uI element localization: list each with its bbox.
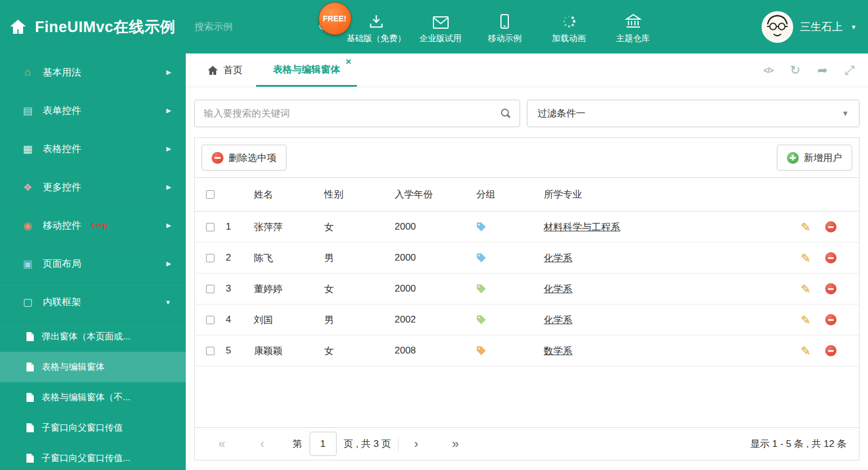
nav-item-loading-animation[interactable]: 加载动画 [537, 10, 601, 44]
delete-icon[interactable] [825, 345, 836, 356]
free-badge: FREE! [319, 2, 351, 35]
filter-dropdown[interactable]: 过滤条件一 ▼ [527, 100, 860, 127]
major-link[interactable]: 化学系 [544, 253, 572, 263]
row-checkbox[interactable] [206, 223, 214, 231]
top-header: FineUIMvc在线示例 FREE! 基础版（免费） 企业版试用 [0, 0, 868, 53]
tab-home[interactable]: 首页 [194, 53, 256, 87]
row-checkbox[interactable] [206, 285, 214, 293]
tab-grid-edit-window[interactable]: 表格与编辑窗体 × [256, 53, 357, 87]
grid-toolbar: 删除选中项 新增用户 [195, 138, 859, 177]
brand[interactable]: FineUIMvc在线示例 [0, 17, 176, 37]
sidebar-item-inline-frame[interactable]: ▢ 内联框架 ▼ [0, 283, 186, 321]
page-icon [26, 332, 34, 342]
sidebar-item-form-controls[interactable]: ▤ 表单控件 ▶ [0, 92, 186, 130]
refresh-icon[interactable]: ↻ [790, 64, 800, 77]
button-label: 新增用户 [804, 151, 842, 164]
prev-page-icon[interactable]: ‹ [260, 438, 264, 450]
signal-icon: ◉ [21, 220, 34, 232]
fullscreen-icon[interactable]: ⤢ [844, 64, 854, 77]
cell-year: 2000 [395, 283, 476, 294]
select-all-checkbox[interactable] [206, 190, 214, 199]
chevron-right-icon: ▶ [167, 183, 171, 191]
cell-year: 2008 [395, 345, 476, 356]
delete-icon[interactable] [825, 221, 836, 232]
tab-bar: 首页 表格与编辑窗体 × </> ↻ ➦ ⤢ [186, 53, 868, 87]
chevron-down-icon: ▼ [851, 24, 857, 30]
table-row[interactable]: 4 刘国 男 2002 化学系 ✎ [195, 305, 859, 335]
next-page-icon[interactable]: › [414, 438, 418, 450]
plus-icon [787, 152, 799, 164]
cell-index: 1 [226, 221, 254, 232]
submenu-item-grid-edit-window[interactable]: 表格与编辑窗体 [0, 352, 186, 382]
last-page-icon[interactable]: » [452, 438, 459, 450]
submenu-item-popup-window[interactable]: 弹出窗体（本页面或... [0, 321, 186, 352]
data-grid: 姓名 性别 入学年份 分组 所学专业 1 张萍萍 女 2000 [195, 177, 859, 366]
sidebar-item-basic-usage[interactable]: ⌂ 基本用法 ▶ [0, 53, 186, 92]
nav-label: 企业版试用 [419, 33, 462, 44]
submenu-item-child-to-parent[interactable]: 子窗口向父窗口传值 [0, 413, 186, 443]
cell-gender: 男 [324, 252, 395, 265]
tab-label: 首页 [223, 64, 243, 77]
grid-panel: 删除选中项 新增用户 姓名 性别 入学年份 分组 所 [194, 137, 860, 460]
major-link[interactable]: 材料科学与工程系 [544, 222, 620, 232]
row-checkbox[interactable] [206, 316, 214, 324]
source-code-icon[interactable]: </> [763, 66, 773, 74]
minus-icon [212, 152, 223, 164]
first-page-icon[interactable]: « [218, 438, 225, 450]
header-cell-name: 姓名 [254, 188, 324, 201]
sidebar: ⌂ 基本用法 ▶ ▤ 表单控件 ▶ ▦ 表格控件 ▶ ❖ 更多控件 ▶ ◉ 移动 [0, 53, 186, 470]
major-link[interactable]: 化学系 [544, 315, 572, 325]
share-icon[interactable]: ➦ [817, 64, 827, 77]
chevron-right-icon: ▶ [167, 69, 171, 76]
table-row[interactable]: 5 康颖颖 女 2008 数学系 ✎ [195, 335, 859, 366]
app-root: FineUIMvc在线示例 FREE! 基础版（免费） 企业版试用 [0, 0, 868, 470]
add-user-button[interactable]: 新增用户 [777, 145, 852, 171]
edit-icon[interactable]: ✎ [800, 314, 811, 326]
sidebar-item-more-controls[interactable]: ❖ 更多控件 ▶ [0, 168, 186, 207]
nav-item-basic-free[interactable]: FREE! 基础版（免费） [344, 10, 409, 44]
edit-icon[interactable]: ✎ [800, 345, 811, 357]
major-link[interactable]: 化学系 [544, 284, 572, 294]
sidebar-item-grid-controls[interactable]: ▦ 表格控件 ▶ [0, 130, 186, 168]
submenu-item-grid-edit-window-2[interactable]: 表格与编辑窗体（不... [0, 382, 186, 413]
row-checkbox[interactable] [206, 254, 214, 262]
table-header-row: 姓名 性别 入学年份 分组 所学专业 [195, 178, 859, 212]
spinner-icon [561, 12, 577, 29]
envelope-icon [432, 12, 449, 29]
delete-icon[interactable] [825, 283, 836, 294]
home-icon [9, 19, 27, 35]
nav-item-enterprise-trial[interactable]: 企业版试用 [409, 10, 473, 44]
search-icon[interactable] [501, 109, 511, 118]
close-icon[interactable]: × [346, 57, 351, 66]
edit-icon[interactable]: ✎ [800, 252, 811, 264]
user-menu[interactable]: 三生石上 ▼ [762, 11, 857, 43]
header-cell-major: 所学专业 [544, 188, 796, 201]
edit-icon[interactable]: ✎ [800, 221, 811, 233]
sidebar-submenu: 弹出窗体（本页面或... 表格与编辑窗体 表格与编辑窗体（不... 子窗口向父窗… [0, 321, 186, 470]
sidebar-item-page-layout[interactable]: ▣ 页面布局 ▶ [0, 245, 186, 283]
cell-gender: 女 [324, 221, 395, 234]
table-row[interactable]: 3 董婷婷 女 2000 化学系 ✎ [195, 274, 859, 305]
keyword-search-input[interactable] [204, 108, 501, 119]
row-checkbox[interactable] [206, 347, 214, 355]
app-title: FineUIMvc在线示例 [35, 17, 176, 37]
page-label-before: 第 [293, 437, 302, 450]
sidebar-item-label: 内联框架 [43, 296, 81, 308]
page-number-input[interactable] [310, 432, 337, 456]
cell-year: 2000 [395, 221, 476, 232]
header-search-input[interactable] [195, 21, 319, 33]
submenu-item-child-to-parent-2[interactable]: 子窗口向父窗口传值... [0, 443, 186, 470]
nav-item-theme-store[interactable]: 主题仓库 [601, 10, 665, 44]
sidebar-item-mobile-controls[interactable]: ◉ 移动控件 Corp. ▶ [0, 207, 186, 245]
delete-icon[interactable] [825, 314, 836, 325]
nav-item-mobile-demo[interactable]: 移动示例 [473, 10, 537, 44]
delete-icon[interactable] [825, 252, 836, 263]
major-link[interactable]: 数学系 [544, 346, 572, 356]
filter-row: 过滤条件一 ▼ [186, 87, 868, 137]
table-row[interactable]: 2 陈飞 男 2000 化学系 ✎ [195, 243, 859, 274]
table-row[interactable]: 1 张萍萍 女 2000 材料科学与工程系 ✎ [195, 212, 859, 243]
delete-selected-button[interactable]: 删除选中项 [202, 145, 287, 171]
submenu-item-label: 弹出窗体（本页面或... [42, 331, 130, 343]
edit-icon[interactable]: ✎ [800, 283, 811, 295]
cell-index: 2 [226, 252, 254, 263]
